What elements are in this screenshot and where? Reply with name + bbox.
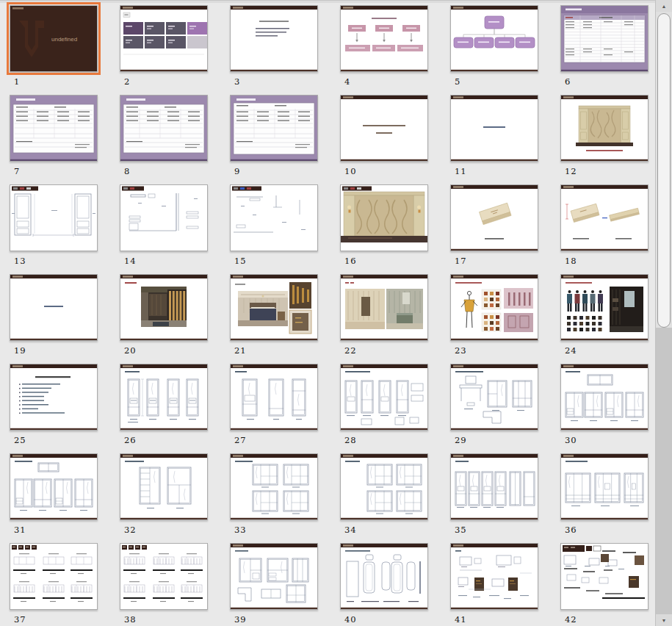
- slide-number: 12: [565, 166, 577, 176]
- slide-thumbnail-27[interactable]: [230, 364, 318, 431]
- slide-cell-2: 2: [120, 5, 215, 72]
- slide-preview: [561, 275, 648, 340]
- slide-thumbnail-28[interactable]: [340, 364, 428, 431]
- slide-thumbnail-14[interactable]: [120, 184, 208, 251]
- slide-cell-10: 10: [340, 95, 436, 162]
- slide-cell-26: 26: [120, 364, 215, 431]
- slide-preview: [561, 544, 648, 609]
- slide-thumbnail-15[interactable]: [230, 184, 318, 251]
- slide-thumbnail-6[interactable]: [560, 5, 648, 72]
- slide-number: 25: [14, 435, 26, 445]
- slide-preview: [451, 544, 538, 609]
- slide-thumbnail-7[interactable]: [10, 95, 98, 162]
- slide-thumbnail-31[interactable]: [10, 453, 98, 520]
- slide-thumbnail-3[interactable]: [230, 5, 318, 72]
- slide-preview: [231, 96, 317, 161]
- slide-number: 31: [14, 525, 26, 535]
- slide-number: 10: [344, 166, 357, 176]
- slide-preview: [451, 96, 538, 161]
- slide-thumbnail-5[interactable]: [450, 5, 538, 72]
- slide-number: 26: [124, 435, 137, 445]
- slide-thumbnail-32[interactable]: [120, 453, 208, 520]
- slide-number: 33: [234, 525, 247, 535]
- slide-preview: [561, 6, 648, 71]
- slide-number: 32: [124, 525, 137, 535]
- slide-thumbnail-41[interactable]: [450, 543, 538, 610]
- slide-number: 30: [565, 435, 577, 445]
- slide-thumbnail-17[interactable]: [450, 184, 538, 251]
- slide-cell-5: 5: [450, 5, 546, 72]
- slide-thumbnail-4[interactable]: [340, 5, 428, 72]
- slide-cell-29: 29: [450, 364, 546, 431]
- slide-number: 16: [344, 256, 357, 266]
- slide-thumbnail-19[interactable]: [10, 274, 98, 341]
- slide-number: 20: [124, 345, 137, 356]
- slide-thumbnail-23[interactable]: [450, 274, 538, 341]
- slide-thumbnail-42[interactable]: [560, 543, 648, 610]
- slide-thumbnail-38[interactable]: [120, 543, 208, 610]
- slide-thumbnail-8[interactable]: [120, 95, 208, 162]
- slide-preview: [120, 6, 207, 71]
- scroll-down-button[interactable]: ▼: [656, 614, 672, 626]
- slide-thumbnail-26[interactable]: [120, 364, 208, 431]
- slide-cell-18: 18: [560, 184, 656, 251]
- slide-number: 21: [234, 345, 247, 356]
- scrollbar-track[interactable]: [656, 328, 672, 614]
- slide-preview: [10, 454, 97, 519]
- slide-thumbnail-18[interactable]: [560, 184, 648, 251]
- scrollbar-thumb[interactable]: [657, 13, 671, 328]
- slide-cell-21: 21: [230, 274, 325, 341]
- slide-cell-22: 22: [340, 274, 436, 341]
- slide-preview: [341, 275, 427, 340]
- slide-thumbnail-11[interactable]: [450, 95, 538, 162]
- vertical-scrollbar[interactable]: ▲ ▼: [655, 0, 672, 626]
- slide-thumbnail-37[interactable]: [10, 543, 98, 610]
- slide-thumbnail-40[interactable]: [340, 543, 428, 610]
- slide-thumbnail-35[interactable]: [450, 453, 538, 520]
- slide-thumbnail-13[interactable]: [10, 184, 98, 251]
- slide-preview: [10, 364, 97, 430]
- slide-thumbnail-2[interactable]: [120, 5, 208, 72]
- slide-cell-4: 4: [340, 5, 436, 72]
- slide-thumbnail-25[interactable]: [10, 364, 98, 431]
- slide-thumbnail-1[interactable]: undefined: [10, 5, 98, 72]
- slide-preview: [341, 454, 427, 519]
- slide-number: 24: [565, 345, 577, 356]
- slide-thumbnail-21[interactable]: [230, 274, 318, 341]
- slide-cell-25: 25: [10, 364, 105, 431]
- slide-cell-14: 14: [120, 184, 215, 251]
- slide-number: 6: [565, 76, 571, 87]
- slide-thumbnail-33[interactable]: [230, 453, 318, 520]
- slide-thumbnail-24[interactable]: [560, 274, 648, 341]
- slide-cell-31: 31: [10, 453, 105, 520]
- slide-thumbnail-16[interactable]: [340, 184, 428, 251]
- slide-thumbnail-12[interactable]: [560, 95, 648, 162]
- svg-text:undefined: undefined: [51, 36, 77, 43]
- slide-thumbnail-36[interactable]: [560, 453, 648, 520]
- slide-preview: [10, 275, 97, 340]
- slide-thumbnail-9[interactable]: [230, 95, 318, 162]
- slide-thumbnail-22[interactable]: [340, 274, 428, 341]
- slide-thumbnail-29[interactable]: [450, 364, 538, 431]
- slide-number: 23: [455, 345, 467, 356]
- slide-cell-24: 24: [560, 274, 656, 341]
- slide-number: 37: [14, 614, 26, 625]
- slide-cell-13: 13: [10, 184, 105, 251]
- slide-number: 29: [455, 435, 467, 445]
- scroll-up-button[interactable]: ▲: [656, 0, 672, 12]
- slide-number: 38: [124, 614, 137, 625]
- slide-thumbnail-30[interactable]: [560, 364, 648, 431]
- slide-number: 36: [565, 525, 577, 535]
- slide-thumbnail-39[interactable]: [230, 543, 318, 610]
- slide-number: 4: [344, 76, 350, 87]
- slide-preview: [231, 454, 317, 519]
- slide-number: 27: [234, 435, 247, 445]
- slide-thumbnail-10[interactable]: [340, 95, 428, 162]
- slide-cell-39: 39: [230, 543, 325, 610]
- slide-thumbnail-20[interactable]: [120, 274, 208, 341]
- slide-number: 8: [124, 166, 130, 176]
- slide-preview: [120, 96, 207, 161]
- slide-thumbnail-34[interactable]: [340, 453, 428, 520]
- slide-cell-37: 37: [10, 543, 105, 610]
- slide-cell-6: 6: [560, 5, 656, 72]
